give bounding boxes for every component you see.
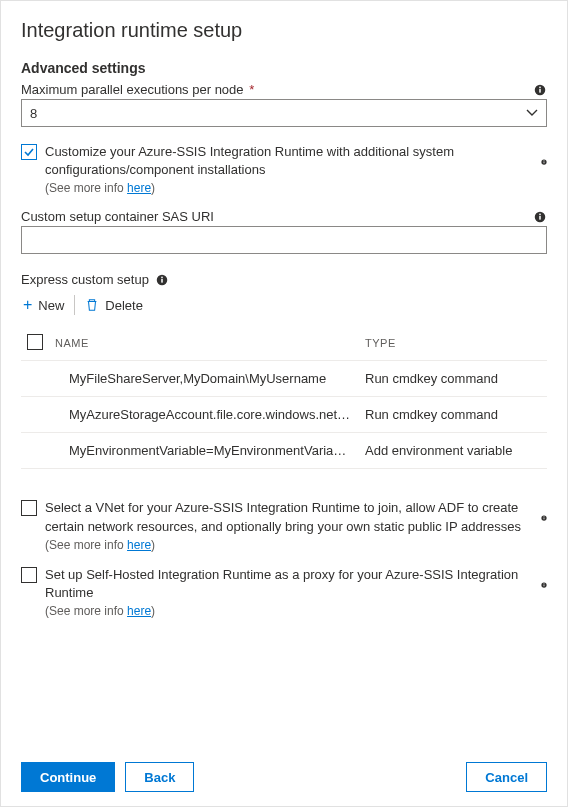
table-row[interactable]: MyEnvironmentVariable=MyEnvironmentVaria…: [21, 433, 547, 469]
new-button[interactable]: + New: [23, 296, 64, 314]
proxy-see-more-link[interactable]: here: [127, 604, 151, 618]
sas-uri-input[interactable]: [21, 226, 547, 254]
row-name: MyAzureStorageAccount.file.core.windows.…: [49, 397, 359, 433]
vnet-see-more-link[interactable]: here: [127, 538, 151, 552]
vnet-see-more: (See more info here): [45, 538, 533, 552]
customize-checkbox-label: Customize your Azure-SSIS Integration Ru…: [45, 143, 533, 179]
row-type: Add environment variable: [359, 433, 547, 469]
max-parallel-label: Maximum parallel executions per node: [21, 82, 244, 97]
info-icon[interactable]: [533, 210, 547, 224]
continue-button[interactable]: Continue: [21, 762, 115, 792]
plus-icon: +: [23, 296, 32, 314]
row-name: MyFileShareServer,MyDomain\MyUsername: [49, 361, 359, 397]
info-icon[interactable]: [533, 578, 547, 592]
sas-uri-label: Custom setup container SAS URI: [21, 209, 214, 224]
col-type: TYPE: [359, 325, 547, 361]
customize-see-more: (See more info here): [45, 181, 533, 195]
vnet-checkbox-label: Select a VNet for your Azure-SSIS Integr…: [45, 499, 533, 535]
svg-rect-4: [544, 161, 545, 163]
svg-rect-17: [544, 583, 545, 584]
express-custom-setup-title: Express custom setup: [21, 272, 149, 287]
checkmark-icon: [23, 146, 35, 158]
svg-rect-10: [161, 279, 163, 283]
info-icon[interactable]: [533, 155, 547, 169]
proxy-checkbox[interactable]: [21, 567, 37, 583]
col-name: NAME: [49, 325, 359, 361]
svg-rect-11: [161, 277, 163, 279]
info-icon[interactable]: [533, 83, 547, 97]
max-parallel-value: 8: [30, 106, 37, 121]
express-setup-table: NAME TYPE MyFileShareServer,MyDomain\MyU…: [21, 325, 547, 469]
svg-rect-13: [544, 518, 545, 520]
chevron-down-icon: [526, 107, 538, 119]
max-parallel-select[interactable]: 8: [21, 99, 547, 127]
svg-rect-16: [544, 584, 545, 586]
info-icon[interactable]: [155, 273, 169, 287]
row-name: MyEnvironmentVariable=MyEnvironmentVaria…: [49, 433, 359, 469]
svg-rect-2: [539, 86, 541, 88]
info-icon[interactable]: [533, 511, 547, 525]
svg-rect-14: [544, 517, 545, 518]
svg-rect-5: [544, 160, 545, 161]
svg-rect-7: [539, 216, 541, 220]
proxy-see-more: (See more info here): [45, 604, 533, 618]
customize-checkbox[interactable]: [21, 144, 37, 160]
table-row[interactable]: MyFileShareServer,MyDomain\MyUsername Ru…: [21, 361, 547, 397]
svg-rect-1: [539, 88, 541, 92]
svg-rect-8: [539, 214, 541, 216]
page-title: Integration runtime setup: [21, 19, 547, 42]
select-all-checkbox[interactable]: [27, 334, 43, 350]
customize-see-more-link[interactable]: here: [127, 181, 151, 195]
back-button[interactable]: Back: [125, 762, 194, 792]
row-type: Run cmdkey command: [359, 361, 547, 397]
table-row[interactable]: MyAzureStorageAccount.file.core.windows.…: [21, 397, 547, 433]
delete-button[interactable]: Delete: [85, 298, 143, 313]
proxy-checkbox-label: Set up Self-Hosted Integration Runtime a…: [45, 566, 533, 602]
row-type: Run cmdkey command: [359, 397, 547, 433]
trash-icon: [85, 298, 99, 312]
cancel-button[interactable]: Cancel: [466, 762, 547, 792]
advanced-settings-heading: Advanced settings: [21, 60, 547, 76]
vnet-checkbox[interactable]: [21, 500, 37, 516]
required-asterisk: *: [249, 82, 254, 97]
toolbar-divider: [74, 295, 75, 315]
